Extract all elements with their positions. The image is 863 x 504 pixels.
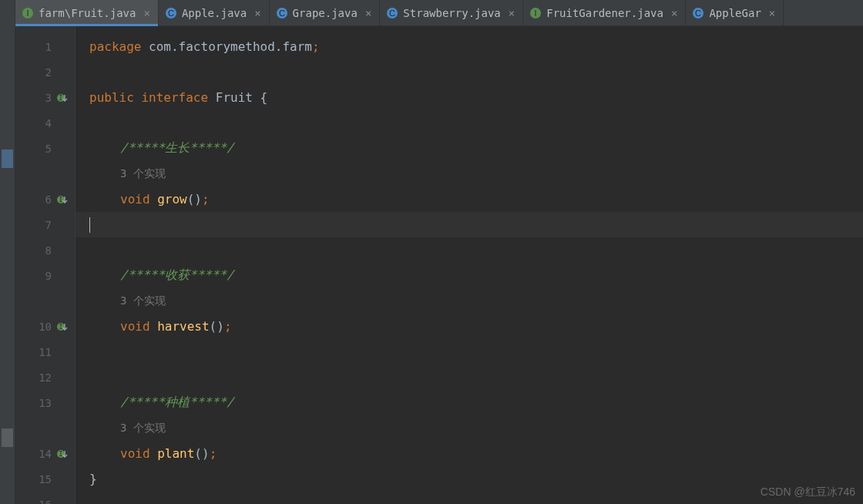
gutter-row[interactable]: 2 [15, 59, 75, 85]
editor-area: 123I456I78910I11121314I1516 package com.… [15, 26, 863, 504]
interface-icon: I [529, 7, 542, 19]
inlay-hint[interactable]: 3 个实现 [120, 422, 166, 435]
code-line[interactable]: } [76, 466, 863, 492]
inlay-hint-line[interactable]: 3 个实现 [76, 288, 863, 314]
code-line[interactable] [76, 237, 863, 263]
line-number: 1 [35, 41, 52, 53]
brace: } [89, 472, 97, 486]
svg-text:C: C [695, 8, 701, 18]
gutter-row[interactable]: 1 [15, 34, 75, 59]
implemented-icon[interactable]: I [56, 92, 69, 103]
implemented-icon[interactable]: I [56, 321, 69, 332]
tab-label: Grape.java [293, 7, 358, 19]
keyword: void [120, 192, 150, 207]
svg-text:I: I [59, 197, 63, 203]
tab-label: AppleGar [709, 7, 761, 19]
semicolon: ; [202, 192, 210, 207]
code-line[interactable]: /*****种植*****/ [76, 390, 863, 415]
gutter-row[interactable]: 3I [15, 85, 75, 110]
code-area[interactable]: package com.factorymethod.farm; public i… [76, 26, 863, 504]
comment: /*****种植*****/ [120, 395, 234, 411]
semicolon: ; [224, 319, 232, 334]
code-line[interactable] [76, 59, 863, 85]
tab-label: Apple.java [182, 7, 247, 19]
svg-text:C: C [279, 8, 285, 18]
inlay-hint-line[interactable]: 3 个实现 [76, 415, 863, 441]
line-number: 11 [35, 346, 52, 358]
gutter-row[interactable]: 9 [15, 263, 75, 288]
tab-applegar[interactable]: CAppleGar× [686, 0, 784, 25]
code-line[interactable] [76, 365, 863, 390]
tab-apple-java[interactable]: CApple.java× [159, 0, 270, 25]
gutter-row[interactable]: 16 [15, 492, 75, 504]
inlay-hint[interactable]: 3 个实现 [120, 167, 166, 181]
code-line[interactable]: void plant(); [76, 441, 863, 466]
gutter-row[interactable]: 6I [15, 186, 75, 212]
code-line[interactable] [76, 110, 863, 136]
lparen: ( [187, 192, 195, 207]
tool-window-bar[interactable] [0, 0, 15, 504]
tab-fruitgardener-java[interactable]: IFruitGardener.java× [523, 0, 686, 25]
gutter-row[interactable] [15, 161, 75, 186]
class-icon: C [386, 7, 398, 19]
close-icon[interactable]: × [509, 7, 515, 19]
line-number: 3 [35, 92, 52, 104]
gutter-row[interactable]: 7 [15, 212, 75, 237]
line-number: 2 [35, 66, 52, 79]
keyword: public [89, 90, 134, 105]
interface-icon: I [22, 7, 34, 19]
interface-name: Fruit [216, 90, 253, 105]
code-line[interactable]: void harvest(); [76, 314, 863, 339]
close-icon[interactable]: × [143, 7, 149, 19]
tab-label: farm\Fruit.java [39, 7, 136, 19]
code-line[interactable]: /*****收获*****/ [76, 263, 863, 288]
code-line[interactable]: void grow(); [76, 186, 863, 212]
close-icon[interactable]: × [769, 7, 775, 19]
gutter[interactable]: 123I456I78910I11121314I1516 [15, 26, 76, 504]
gutter-row[interactable]: 15 [15, 466, 75, 492]
line-number: 9 [35, 270, 52, 282]
svg-text:I: I [26, 8, 29, 18]
gutter-row[interactable] [15, 415, 75, 441]
close-icon[interactable]: × [365, 7, 371, 19]
code-line[interactable] [76, 339, 863, 365]
gutter-row[interactable]: 14I [15, 441, 75, 466]
gutter-row[interactable]: 8 [15, 237, 75, 263]
close-icon[interactable]: × [671, 7, 677, 19]
semicolon: ; [210, 446, 217, 461]
keyword: void [120, 446, 150, 461]
lparen: ( [194, 446, 202, 461]
gutter-row[interactable]: 11 [15, 339, 75, 365]
svg-text:C: C [168, 8, 174, 18]
inlay-hint-line[interactable]: 3 个实现 [76, 161, 863, 186]
brace: { [260, 90, 268, 105]
gutter-row[interactable]: 12 [15, 365, 75, 390]
svg-text:I: I [535, 8, 537, 18]
code-line[interactable]: package com.factorymethod.farm; [76, 34, 863, 59]
method-name: grow [157, 192, 187, 207]
implemented-icon[interactable]: I [56, 449, 69, 459]
gutter-row[interactable]: 5 [15, 136, 75, 161]
svg-text:C: C [389, 8, 395, 18]
implemented-icon[interactable]: I [56, 194, 69, 205]
gutter-row[interactable]: 4 [15, 110, 75, 136]
method-name: harvest [157, 319, 209, 334]
keyword: interface [141, 90, 208, 105]
caret [89, 217, 90, 233]
code-line[interactable]: /*****生长*****/ [76, 136, 863, 161]
gutter-row[interactable] [15, 288, 75, 314]
code-line[interactable] [76, 492, 863, 504]
tab-strawberry-java[interactable]: CStrawberry.java× [380, 0, 523, 25]
class-icon: C [165, 7, 177, 19]
gutter-row[interactable]: 13 [15, 390, 75, 415]
code-line[interactable]: public interface Fruit { [76, 85, 863, 110]
gutter-row[interactable]: 10I [15, 314, 75, 339]
close-icon[interactable]: × [254, 7, 260, 19]
line-number: 7 [35, 219, 52, 231]
line-number: 13 [35, 397, 52, 409]
tab-farm-fruit-java[interactable]: Ifarm\Fruit.java× [15, 0, 159, 25]
editor-tabs: Ifarm\Fruit.java×CApple.java×CGrape.java… [15, 0, 863, 26]
tab-grape-java[interactable]: CGrape.java× [270, 0, 381, 25]
code-line-current[interactable] [76, 212, 863, 237]
inlay-hint[interactable]: 3 个实现 [120, 294, 166, 308]
